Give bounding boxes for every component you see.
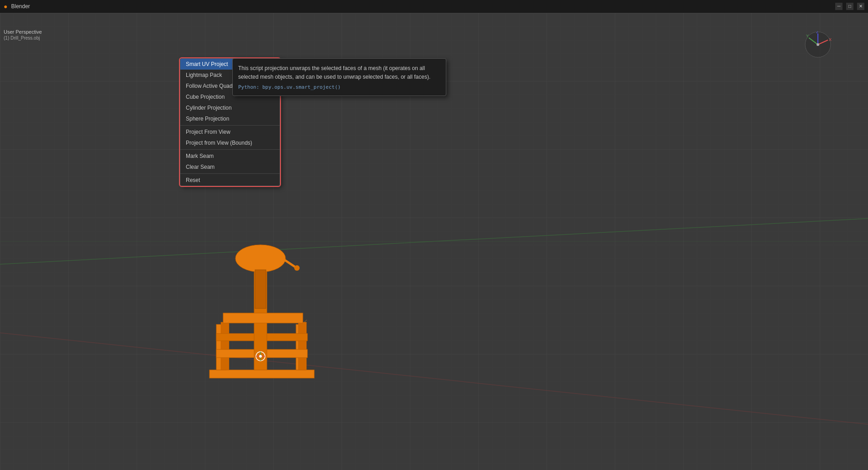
titlebar: ● Blender ─ □ ✕ [0,0,868,13]
blender-logo: ● [4,3,7,10]
uv-menu-sphere-projection[interactable]: Sphere Projection [180,113,280,124]
uv-menu-sep-1 [180,125,280,126]
uv-menu-sep-3 [180,173,280,174]
tooltip-description: This script projection unwraps the selec… [238,64,440,81]
close-button[interactable]: ✕ [857,3,864,10]
uv-menu-clear-seam[interactable]: Clear Seam [180,162,280,172]
tooltip-panel: This script projection unwraps the selec… [232,58,446,96]
svg-line-27 [304,320,307,322]
uv-menu-reset[interactable]: Reset [180,175,280,186]
uv-menu-project-from-view[interactable]: Project From View [180,126,280,137]
viewport-3d[interactable]: User Perspective (1) Drill_Press.obj X Y… [18,38,741,449]
center-panel: Edit Mode ▾ | New Add Subtract Differenc… [18,38,741,449]
svg-rect-21 [223,313,303,323]
svg-rect-1 [18,38,741,449]
uv-menu-sep-2 [180,149,280,150]
tooltip-python: Python: bpy.ops.uv.smart_project() [238,84,440,90]
app-title: Blender [11,3,30,10]
drill-press-3d [191,233,337,397]
viewport-grid [18,38,741,449]
minimize-button[interactable]: ─ [835,3,842,10]
svg-rect-16 [221,322,229,370]
svg-rect-13 [209,370,314,378]
svg-point-31 [259,355,262,358]
uv-menu-cylinder-projection[interactable]: Cylinder Projection [180,102,280,113]
svg-rect-23 [255,270,266,308]
svg-rect-17 [298,322,306,370]
content-area: ↖ ⊕ ✛ ↺ ⤡ ⊞ ✏ 📏 ◻ △ ⬭ ◎ ◉ ⬆ ⬒ ⬡ ⊟ 🔪 ⊘ ~ [0,38,868,449]
uv-menu-mark-seam[interactable]: Mark Seam [180,151,280,162]
window-controls: ─ □ ✕ [835,3,864,10]
maximize-button[interactable]: □ [846,3,853,10]
svg-point-22 [235,245,286,272]
uv-menu-project-from-view-bounds[interactable]: Project from View (Bounds) [180,137,280,148]
svg-point-25 [294,265,300,271]
